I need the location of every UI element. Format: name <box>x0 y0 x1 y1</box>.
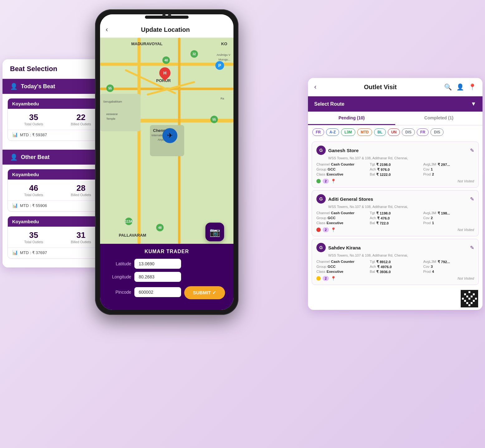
indicator-pin-0: 📍 <box>331 179 336 184</box>
outlet-address-2: WSS Towers, No.107 & 108, Adithanar Rd, … <box>328 253 474 257</box>
filter-mtd[interactable]: MTD <box>357 128 372 136</box>
indicator-count-0: 2 <box>323 179 329 184</box>
latitude-input[interactable] <box>134 259 181 269</box>
map-pin-hotel: H <box>159 67 170 79</box>
map-label-temple: Temple <box>106 117 115 120</box>
tgt-row-0: Tgt ₹ 2198.0 <box>370 162 420 167</box>
indicator-pin-1: 📍 <box>331 227 336 232</box>
longitude-input[interactable] <box>134 272 181 282</box>
indicator-pin-2: 📍 <box>331 276 336 281</box>
map-label-ra: Ra <box>220 97 224 100</box>
ach-row-2: Ach ₹ 4976.0 <box>370 265 420 269</box>
phone-screen: ‹ Update Location <box>100 14 233 310</box>
qr-code <box>461 290 478 307</box>
group-row-0: Group GCC <box>316 167 367 172</box>
hw-badge-113a: 113A <box>125 218 132 225</box>
other-1-billed: 31 Billed Outlets <box>71 230 91 244</box>
map-label-serugabakkam: Serugabakkam <box>103 100 122 103</box>
prod-row-1: Prod 1 <box>423 221 474 225</box>
group-row-2: Group GCC <box>316 265 367 269</box>
map-label-eeswarar: eeswarar <box>106 113 118 116</box>
outlet-card-0-header: G Ganesh Store ✎ <box>316 146 474 155</box>
select-route-dropdown[interactable]: Select Route ▼ <box>308 96 483 112</box>
status-dot-2 <box>316 276 321 281</box>
chart-icon-2: 📊 <box>12 203 18 208</box>
map-background: MADURAVOYAL KO Arulmigu V Murugu... PORU… <box>100 38 233 244</box>
submit-button[interactable]: SUBMIT ✓ <box>184 286 225 299</box>
search-icon[interactable]: 🔍 <box>444 83 452 91</box>
filter-fr-1[interactable]: FR <box>312 128 324 136</box>
phone-screen-inner: ‹ Update Location <box>100 14 233 310</box>
hw-badge-55a: 55 <box>106 84 114 92</box>
ach-row-0: Ach ₹ 976.0 <box>370 167 420 172</box>
outlet-address-0: WSS Towers, No.107 & 108, Adithanar Rd, … <box>328 156 474 160</box>
other-0-mtd: 📊 MTD : ₹ 55906 <box>12 203 47 208</box>
phone-container: ‹ Update Location <box>95 9 238 315</box>
filter-bl[interactable]: BL <box>374 128 386 136</box>
filter-l3m[interactable]: L3M <box>341 128 355 136</box>
map-area[interactable]: MADURAVOYAL KO Arulmigu V Murugu... PORU… <box>100 38 233 244</box>
hw-badge-55b: 55 <box>210 116 218 123</box>
tgt-row-1: Tgt ₹ 1198.0 <box>370 211 420 215</box>
outlet-status-0: Not Visited <box>458 179 474 183</box>
outlet-avatar-2: G <box>316 243 326 252</box>
filter-un[interactable]: UN <box>388 128 400 136</box>
user-icon[interactable]: 👤 <box>456 83 464 91</box>
map-info-badge: P <box>215 61 224 70</box>
map-pin-airport: ✈ <box>162 128 177 143</box>
filter-fr-2[interactable]: FR <box>417 128 429 136</box>
camera-dot-left <box>162 14 166 17</box>
outlet-name-2: Sahdev Kirana <box>328 245 361 250</box>
outlet-name-0: Ganesh Store <box>328 148 359 153</box>
outlet-card-footer-1: 2 📍 Not Visited <box>316 227 474 232</box>
ach-row-1: Ach ₹ 476.0 <box>370 216 420 220</box>
outlet-avatar-1: G <box>316 194 326 204</box>
outlet-status-1: Not Visited <box>458 228 474 232</box>
outlet-card-1-header: G Aditi General Stores ✎ <box>316 194 474 204</box>
pincode-input[interactable] <box>134 287 181 297</box>
outlet-edit-icon-0[interactable]: ✎ <box>470 147 474 153</box>
pending-tab[interactable]: Pending (10) <box>308 112 395 125</box>
other-1-mtd: 📊 MTD : ₹ 37697 <box>12 250 47 255</box>
filter-dis-2[interactable]: DIS <box>430 128 444 136</box>
other-0-total: 46 Total Outlets <box>24 183 43 197</box>
filter-dis-1[interactable]: DIS <box>402 128 415 136</box>
outlet-avatar-0: G <box>316 146 326 155</box>
indicator-count-1: 2 <box>323 227 329 232</box>
outlet-edit-icon-2[interactable]: ✎ <box>470 245 474 251</box>
latitude-row: Latitude <box>106 259 227 269</box>
longitude-label: Longitude <box>106 274 131 279</box>
outlet-indicators-0: 2 📍 <box>316 179 336 184</box>
map-road-4 <box>137 38 141 244</box>
camera-fab-button[interactable]: 📷 <box>205 223 224 241</box>
total-outlets-stat: 35 Total Outlets <box>24 113 43 126</box>
outlet-card-1[interactable]: G Aditi General Stores ✎ WSS Towers, No.… <box>312 190 479 236</box>
outlet-detail-grid-2: Channel Cash Counter Tgt ₹ 8912.0 AvgL3M… <box>316 260 474 274</box>
location-icon[interactable]: 📍 <box>468 83 476 91</box>
phone-camera <box>162 14 171 17</box>
avgl3m-row-2: AvgL3M ₹ 792... <box>423 260 474 264</box>
outlet-tabs: Pending (10) Completed (1) <box>308 112 483 125</box>
completed-tab[interactable]: Completed (1) <box>395 112 483 125</box>
channel-row-0: Channel Cash Counter <box>316 162 367 167</box>
cov-row-1: Cov 2 <box>423 216 474 220</box>
outlet-back-button[interactable]: ‹ <box>314 83 316 91</box>
form-title: KUMAR TRADER <box>106 249 227 254</box>
outlet-name-row-1: G Aditi General Stores <box>316 194 373 204</box>
class-row-2: Class Executive <box>316 270 367 274</box>
outlet-card-0[interactable]: G Ganesh Store ✎ WSS Towers, No.107 & 10… <box>312 142 479 188</box>
other-0-billed: 28 Billed Outlets <box>71 183 91 197</box>
map-label-ko: KO <box>221 41 228 46</box>
tgt-row-2: Tgt ₹ 8912.0 <box>370 260 420 264</box>
outlet-card-2[interactable]: G Sahdev Kirana ✎ WSS Towers, No.107 & 1… <box>312 239 479 285</box>
mtd-value: 📊 MTD : ₹ 59387 <box>12 132 47 137</box>
filter-az[interactable]: A-Z <box>326 128 339 136</box>
outlet-indicators-1: 2 📍 <box>316 227 336 232</box>
outlet-edit-icon-1[interactable]: ✎ <box>470 196 474 202</box>
outlet-status-2: Not Visited <box>458 277 474 280</box>
channel-row-1: Channel Cash Counter <box>316 211 367 215</box>
outlet-card-footer-0: 2 📍 Not Visited <box>316 179 474 184</box>
chart-icon: 📊 <box>12 132 18 137</box>
phone-back-button[interactable]: ‹ <box>106 26 108 34</box>
group-row-1: Group GCC <box>316 216 367 220</box>
